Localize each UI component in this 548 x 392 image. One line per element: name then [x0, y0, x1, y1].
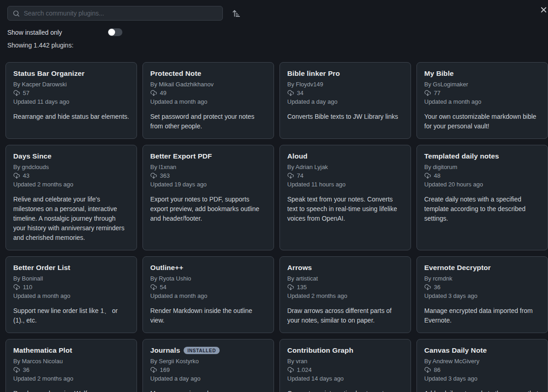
- plugin-updated: Updated a month ago: [150, 97, 266, 106]
- plugin-author: By Marcos Nicolau: [13, 357, 129, 366]
- sort-ascending-icon: [232, 9, 241, 18]
- installed-badge: INSTALLED: [184, 347, 220, 354]
- plugin-download-count: 110: [23, 283, 32, 291]
- plugin-download-count: 135: [297, 283, 307, 291]
- plugin-card[interactable]: Better Order ListBy Boninall110Updated a…: [5, 256, 137, 333]
- plugin-download-count: 74: [297, 171, 303, 180]
- plugin-name: Better Export PDF: [150, 152, 212, 160]
- plugin-card[interactable]: AloudBy Adrian Lyjak74Updated 11 hours a…: [279, 145, 411, 250]
- show-installed-label: Show installed only: [7, 29, 62, 36]
- plugin-download-count: 34: [297, 89, 303, 97]
- plugin-description: Render graphs using Wolfram Mathematica …: [13, 389, 129, 392]
- search-input[interactable]: [24, 10, 218, 17]
- plugin-description: Support new line order list like 1、 or (…: [13, 306, 129, 325]
- plugin-author: By vran: [287, 357, 403, 366]
- plugin-description: Render Markdown inside the outline view.: [150, 306, 266, 325]
- plugin-description: Generate an interactive heatmap to visua…: [287, 389, 403, 392]
- plugin-download-count: 49: [160, 89, 166, 97]
- plugin-name: Protected Note: [150, 69, 201, 78]
- plugin-author: By Sergii Kostyrko: [150, 357, 266, 366]
- show-installed-toggle[interactable]: [108, 28, 122, 36]
- plugin-name: Bible linker Pro: [287, 69, 340, 78]
- plugin-author: By Mikail Gadzhikhanov: [150, 80, 266, 89]
- plugin-card[interactable]: Protected NoteBy Mikail Gadzhikhanov49Up…: [142, 62, 274, 139]
- plugin-name: Evernote Decryptor: [424, 264, 491, 272]
- plugin-downloads: 43: [13, 171, 129, 180]
- plugin-downloads: 57: [13, 89, 129, 97]
- plugin-downloads: 49: [150, 89, 266, 97]
- plugin-card[interactable]: JournalsINSTALLEDBy Sergii Kostyrko169Up…: [142, 339, 274, 392]
- plugin-author: By digitorum: [424, 163, 540, 171]
- plugin-author: By artisticat: [287, 274, 403, 283]
- plugin-card[interactable]: Days SinceBy gndclouds43Updated 2 months…: [5, 145, 137, 250]
- plugin-description: Your own customizable markdown bible for…: [424, 112, 540, 131]
- plugin-name: Journals: [150, 346, 180, 355]
- plugin-author: By Ryota Ushio: [150, 274, 266, 283]
- toggle-knob: [108, 29, 115, 36]
- plugin-updated: Updated 3 days ago: [424, 291, 540, 300]
- plugin-name: Outline++: [150, 264, 183, 272]
- close-button[interactable]: [539, 5, 548, 14]
- plugin-name: My Bible: [424, 69, 454, 78]
- plugin-updated: Updated a month ago: [150, 291, 266, 300]
- plugin-downloads: 363: [150, 171, 266, 180]
- plugin-name: Mathematica Plot: [13, 346, 72, 355]
- download-cloud-icon: [13, 90, 20, 96]
- plugin-card[interactable]: Contribution GraphBy vran1.024Updated 14…: [279, 339, 411, 392]
- plugin-download-count: 169: [160, 366, 170, 374]
- plugin-download-count: 86: [434, 366, 440, 374]
- plugin-updated: Updated a day ago: [150, 374, 266, 383]
- plugin-card[interactable]: Templated daily notesBy digitorum48Updat…: [416, 145, 548, 250]
- plugin-card[interactable]: My BibleBy GsLogimaker77Updated a month …: [416, 62, 548, 139]
- plugin-author: By rcmdnk: [424, 274, 540, 283]
- download-cloud-icon: [13, 172, 20, 179]
- plugin-updated: Updated a day ago: [287, 97, 403, 106]
- download-cloud-icon: [424, 90, 431, 96]
- download-cloud-icon: [13, 284, 20, 291]
- plugin-downloads: 48: [424, 171, 540, 180]
- sort-order-button[interactable]: [230, 7, 242, 20]
- plugin-updated: Updated 2 months ago: [287, 291, 403, 300]
- community-plugins-header: Show installed only Showing 1.442 plugin…: [0, 0, 548, 49]
- plugin-author: By gndclouds: [13, 163, 129, 171]
- plugin-updated: Updated 11 days ago: [13, 97, 129, 106]
- download-cloud-icon: [150, 172, 157, 179]
- plugin-description: Manage your journals.: [150, 389, 266, 392]
- plugin-card[interactable]: Canvas Daily NoteBy Andrew McGivery86Upd…: [416, 339, 548, 392]
- search-box[interactable]: [7, 6, 223, 21]
- download-cloud-icon: [287, 284, 294, 291]
- plugin-description: Manage encrypted data imported from Ever…: [424, 306, 540, 325]
- plugin-updated: Updated 19 days ago: [150, 180, 266, 189]
- plugin-name: Templated daily notes: [424, 152, 499, 160]
- results-count: Showing 1.442 plugins:: [7, 42, 541, 49]
- plugin-card[interactable]: Mathematica PlotBy Marcos Nicolau36Updat…: [5, 339, 137, 392]
- plugin-updated: Updated 2 months ago: [13, 374, 129, 383]
- download-cloud-icon: [150, 284, 157, 291]
- plugin-downloads: 135: [287, 283, 403, 291]
- plugin-author: By Boninall: [13, 274, 129, 283]
- download-cloud-icon: [150, 366, 157, 373]
- download-cloud-icon: [424, 172, 431, 179]
- plugin-card[interactable]: Better Export PDFBy l1xnan363Updated 19 …: [142, 145, 274, 250]
- plugin-download-count: 36: [23, 366, 29, 374]
- plugin-author: By Kacper Darowski: [13, 80, 129, 89]
- plugin-card[interactable]: ArrowsBy artisticat135Updated 2 months a…: [279, 256, 411, 333]
- plugin-download-count: 54: [160, 283, 166, 291]
- plugin-downloads: 110: [13, 283, 129, 291]
- plugin-card[interactable]: Evernote DecryptorBy rcmdnk36Updated 3 d…: [416, 256, 548, 333]
- plugin-download-count: 36: [434, 283, 440, 291]
- plugin-download-count: 1.024: [297, 366, 312, 374]
- plugin-downloads: 36: [424, 283, 540, 291]
- plugin-card[interactable]: Outline++By Ryota Ushio54Updated a month…: [142, 256, 274, 333]
- plugin-card[interactable]: Status Bar OrganizerBy Kacper Darowski57…: [5, 62, 137, 139]
- plugin-downloads: 1.024: [287, 366, 403, 374]
- plugin-card[interactable]: Bible linker ProBy Floydv14934Updated a …: [279, 62, 411, 139]
- plugin-updated: Updated 2 months ago: [13, 180, 129, 189]
- plugin-downloads: 54: [150, 283, 266, 291]
- download-cloud-icon: [424, 284, 431, 291]
- plugin-description: Speak text from your notes. Converts tex…: [287, 195, 403, 223]
- plugin-description: Relive and celebrate your life's milesto…: [13, 195, 129, 243]
- plugin-updated: Updated 14 days ago: [287, 374, 403, 383]
- plugin-description: Draw arrows across different parts of yo…: [287, 306, 403, 325]
- plugin-download-count: 77: [434, 89, 440, 97]
